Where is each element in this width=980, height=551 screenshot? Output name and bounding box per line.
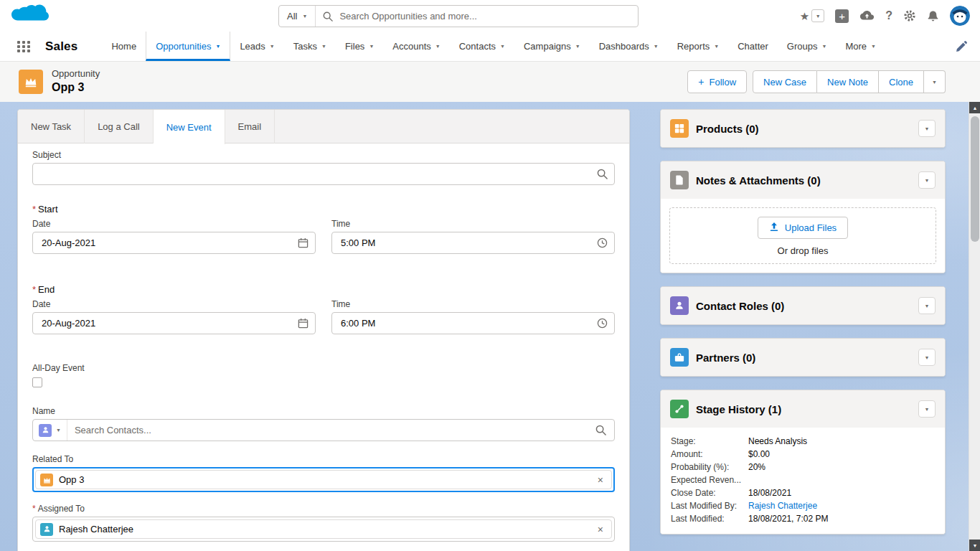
global-search-input[interactable]	[333, 11, 638, 22]
collapse-chevron-button[interactable]: ▼	[918, 120, 936, 137]
composer-tab-email[interactable]: Email	[225, 110, 275, 143]
chevron-down-icon[interactable]: ▼	[654, 44, 659, 49]
contact-roles-icon	[670, 296, 689, 315]
search-scope-label: All	[287, 11, 297, 22]
chevron-down-icon[interactable]: ▼	[871, 44, 876, 49]
start-label: Start	[32, 204, 615, 215]
global-actions-button[interactable]: +	[835, 9, 849, 23]
collapse-chevron-button[interactable]: ▼	[918, 349, 936, 366]
end-date-input[interactable]	[32, 312, 316, 334]
chevron-down-icon: ▼	[932, 80, 937, 85]
notes-attachments-card: Notes & Attachments (0) ▼ Upload Files O…	[660, 161, 946, 273]
all-day-event-checkbox[interactable]	[32, 377, 42, 387]
chevron-down-icon: ▼	[925, 178, 930, 183]
collapse-chevron-button[interactable]: ▼	[918, 171, 936, 189]
edit-page-pencil-icon[interactable]	[956, 41, 967, 52]
search-icon[interactable]	[595, 425, 606, 435]
chevron-down-icon[interactable]: ▼	[215, 44, 220, 49]
file-drop-zone[interactable]: Upload Files Or drop files	[669, 207, 936, 264]
object-switcher[interactable]: ▼	[33, 420, 67, 441]
related-to-field[interactable]: Opp 3 ×	[32, 467, 615, 492]
chevron-down-icon[interactable]: ▼	[714, 44, 719, 49]
collapse-chevron-button[interactable]: ▼	[918, 400, 936, 418]
nav-tab-files[interactable]: Files▼	[336, 32, 383, 61]
subject-input[interactable]	[32, 163, 615, 185]
clock-icon[interactable]	[597, 318, 608, 329]
assigned-to-pill: Rajesh Chatterjee ×	[35, 519, 612, 539]
chevron-down-icon[interactable]: ▼	[500, 44, 505, 49]
new-case-button[interactable]: New Case	[753, 70, 817, 93]
start-time-input[interactable]	[331, 232, 615, 254]
remove-pill-icon[interactable]: ×	[598, 524, 603, 534]
app-launcher-icon[interactable]	[17, 41, 31, 52]
nav-tab-leads[interactable]: Leads▼	[230, 32, 283, 61]
remove-pill-icon[interactable]: ×	[598, 475, 603, 485]
collapse-chevron-button[interactable]: ▼	[918, 297, 936, 314]
chevron-down-icon[interactable]: ▼	[821, 44, 826, 49]
calendar-icon[interactable]	[298, 237, 308, 248]
follow-button[interactable]: + Follow	[687, 70, 747, 93]
chevron-down-icon[interactable]: ▼	[270, 44, 275, 49]
vertical-scrollbar[interactable]: ▲ ▼	[969, 102, 980, 551]
setup-gear-icon[interactable]	[903, 9, 916, 22]
nav-tab-chatter[interactable]: Chatter	[728, 32, 778, 61]
more-actions-dropdown-button[interactable]: ▼	[924, 70, 946, 93]
start-date-input[interactable]	[32, 232, 316, 254]
assigned-to-group: Assigned To Rajesh Chatterjee ×	[32, 504, 615, 542]
record-actions: + Follow New Case New Note Clone ▼	[687, 70, 946, 93]
contact-roles-card-header: Contact Roles (0) ▼	[661, 287, 945, 324]
favorites-star-icon[interactable]: ★	[800, 11, 809, 22]
nav-tab-dashboards[interactable]: Dashboards▼	[590, 32, 668, 61]
nav-tab-groups[interactable]: Groups▼	[778, 32, 837, 61]
nav-tab-opportunities[interactable]: Opportunities▼	[146, 32, 230, 61]
assigned-to-pill-label: Rajesh Chatterjee	[59, 524, 133, 534]
help-button[interactable]: ?	[885, 9, 892, 22]
user-avatar[interactable]	[950, 6, 970, 26]
stage-history-row: Expected Reven...	[671, 474, 935, 486]
favorites-dropdown-button[interactable]: ▼	[811, 9, 824, 22]
nav-tab-contacts[interactable]: Contacts▼	[450, 32, 514, 61]
new-note-button[interactable]: New Note	[817, 70, 879, 93]
stage-history-row: Close Date: 18/08/2021	[671, 486, 935, 499]
chevron-down-icon[interactable]: ▼	[575, 44, 580, 49]
calendar-icon[interactable]	[298, 318, 308, 329]
search-icon[interactable]	[597, 169, 608, 179]
global-header: All ▼ ★ ▼ + ?	[0, 0, 980, 32]
related-lists-sidebar: Products (0) ▼ Notes & Attachments (0) ▼	[660, 109, 946, 547]
upload-files-button[interactable]: Upload Files	[758, 217, 848, 239]
chevron-down-icon: ▼	[56, 428, 61, 433]
related-to-label: Related To	[32, 454, 615, 464]
notifications-bell-icon[interactable]	[927, 10, 939, 22]
composer-tab-new-task[interactable]: New Task	[18, 110, 85, 143]
chevron-down-icon[interactable]: ▼	[435, 44, 440, 49]
nav-tab-accounts[interactable]: Accounts▼	[383, 32, 449, 61]
end-time-input[interactable]	[331, 312, 615, 334]
time-label: Time	[331, 219, 615, 229]
start-group: Start Date Time	[32, 204, 615, 254]
notes-attachments-icon	[670, 171, 689, 189]
nav-tab-home[interactable]: Home	[102, 32, 146, 61]
clone-button[interactable]: Clone	[879, 70, 924, 93]
assigned-to-field[interactable]: Rajesh Chatterjee ×	[32, 517, 615, 542]
composer-tab-new-event[interactable]: New Event	[154, 110, 225, 144]
contact-roles-title: Contact Roles (0)	[696, 300, 784, 312]
chevron-down-icon: ▼	[816, 14, 821, 19]
nav-tab-more[interactable]: More▼	[836, 32, 885, 61]
scrollbar-thumb[interactable]	[971, 116, 979, 242]
last-modified-by-link[interactable]: Rajesh Chatterjee	[748, 499, 817, 512]
scroll-down-arrow[interactable]: ▼	[969, 540, 980, 551]
composer-tab-log-a-call[interactable]: Log a Call	[85, 110, 154, 143]
page-content: New Task Log a Call New Event Email Subj…	[0, 102, 980, 551]
assigned-to-label: Assigned To	[32, 504, 615, 514]
clock-icon[interactable]	[597, 237, 608, 248]
cloud-upload-icon[interactable]	[859, 10, 875, 22]
nav-tab-tasks[interactable]: Tasks▼	[284, 32, 336, 61]
nav-tab-campaigns[interactable]: Campaigns▼	[514, 32, 590, 61]
end-date-col: Date	[32, 299, 316, 334]
chevron-down-icon[interactable]: ▼	[369, 44, 374, 49]
search-scope-selector[interactable]: All ▼	[279, 6, 316, 27]
nav-tab-reports[interactable]: Reports▼	[668, 32, 728, 61]
chevron-down-icon[interactable]: ▼	[321, 44, 326, 49]
contact-search-input[interactable]	[67, 425, 595, 435]
scroll-up-arrow[interactable]: ▲	[969, 102, 980, 113]
